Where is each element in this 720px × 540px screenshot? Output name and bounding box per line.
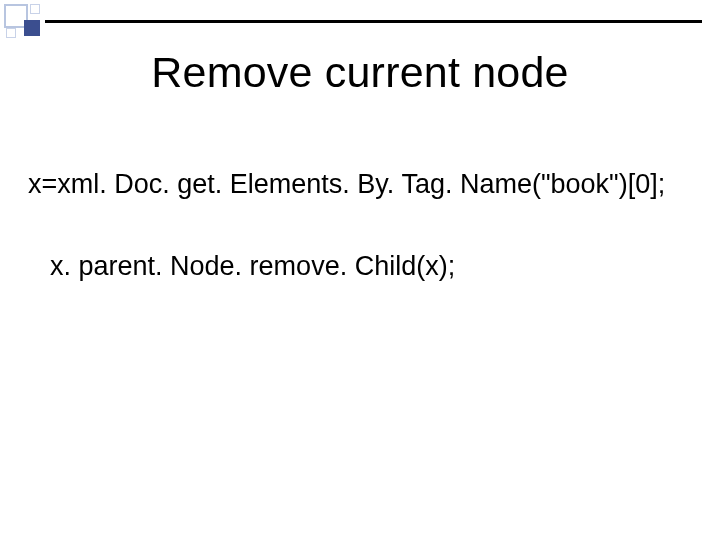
slide: Remove current node x=xml. Doc. get. Ele… [0, 0, 720, 540]
code-line-1: x=xml. Doc. get. Elements. By. Tag. Name… [28, 168, 692, 202]
deco-square-small-side [6, 28, 16, 38]
horizontal-rule [45, 20, 702, 23]
slide-title: Remove current node [0, 48, 720, 97]
deco-square-solid [24, 20, 40, 36]
deco-square-small-top [30, 4, 40, 14]
code-line-2: x. parent. Node. remove. Child(x); [28, 250, 692, 284]
slide-body: x=xml. Doc. get. Elements. By. Tag. Name… [28, 168, 692, 284]
